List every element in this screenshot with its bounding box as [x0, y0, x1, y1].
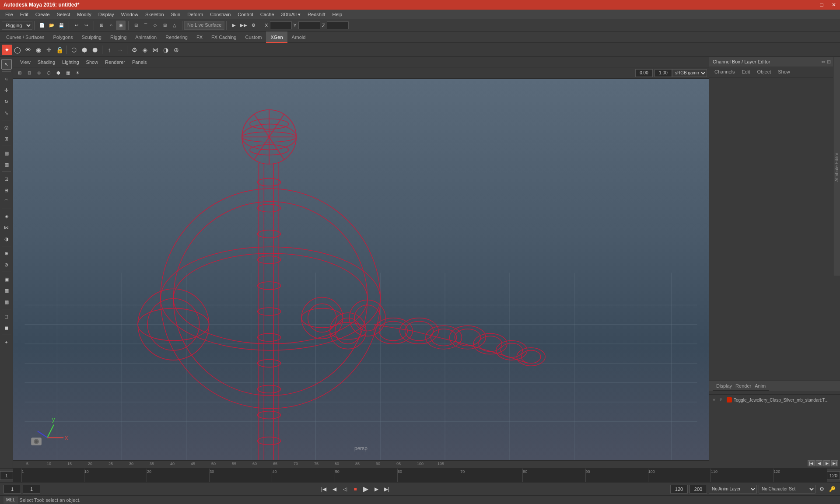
- coord-z-field[interactable]: [327, 21, 349, 29]
- layer-nav-prev[interactable]: ◀: [816, 460, 822, 466]
- misc3-btn[interactable]: ▩: [1, 297, 12, 307]
- play-back-btn[interactable]: ◁: [340, 485, 349, 494]
- timeline-ruler[interactable]: 1102030405060708090100110120: [13, 469, 827, 482]
- workspace-dropdown[interactable]: Rigging: [2, 21, 32, 30]
- timeline-start-field[interactable]: [0, 471, 13, 480]
- snap-view-btn[interactable]: ⊞: [160, 21, 170, 30]
- paint-icon[interactable]: ⊕: [171, 45, 182, 55]
- misc4-btn[interactable]: ◻: [1, 311, 12, 322]
- layer-v-badge[interactable]: V: [713, 398, 718, 402]
- menu-item-skin[interactable]: Skin: [168, 10, 184, 19]
- cb-tab-channels[interactable]: Channels: [713, 68, 736, 75]
- weight-icon[interactable]: ◑: [161, 45, 171, 55]
- workflow-tab-sculpting[interactable]: Sculpting: [77, 32, 106, 43]
- redo-btn[interactable]: ↪: [81, 21, 91, 30]
- workflow-tab-arnold[interactable]: Arnold: [287, 32, 310, 43]
- circle2-icon[interactable]: ◉: [33, 45, 44, 55]
- prev-keyframe-btn[interactable]: |◀: [319, 485, 328, 494]
- menu-item-file[interactable]: File: [2, 10, 17, 19]
- lasso-btn[interactable]: ○: [106, 21, 116, 30]
- menu-item-modify[interactable]: Modify: [74, 10, 94, 19]
- playback-start-field[interactable]: [4, 485, 21, 494]
- vp-menu-renderer[interactable]: Renderer: [102, 60, 129, 65]
- move-tool-btn[interactable]: ✛: [1, 85, 12, 95]
- snap-point-btn[interactable]: ◇: [150, 21, 160, 30]
- mesh-icon[interactable]: ⬢: [79, 45, 90, 55]
- joint-mode-btn[interactable]: ◈: [1, 211, 12, 221]
- joint-icon[interactable]: ◈: [140, 45, 150, 55]
- next-keyframe-btn[interactable]: ▶|: [382, 485, 391, 494]
- menu-item-edit[interactable]: Edit: [17, 10, 32, 19]
- misc2-btn[interactable]: ▦: [1, 285, 12, 296]
- plus-btn[interactable]: +: [1, 337, 12, 347]
- step-fwd-btn[interactable]: ▶: [372, 485, 381, 494]
- playback-current-field[interactable]: [23, 485, 40, 494]
- snap-live-btn[interactable]: △: [170, 21, 179, 30]
- layer-tab-render[interactable]: Render: [735, 383, 751, 388]
- coord-y-field[interactable]: [298, 21, 320, 29]
- menu-item-cache[interactable]: Cache: [257, 10, 278, 19]
- vp-texture-btn[interactable]: ▦: [63, 69, 72, 77]
- menu-item-dtoall[interactable]: 3DtoAll ▾: [278, 10, 304, 19]
- history-btn[interactable]: ⊕: [1, 248, 12, 259]
- char-set-options-btn[interactable]: ⚙: [817, 485, 826, 494]
- workflow-tab-rendering[interactable]: Rendering: [161, 32, 192, 43]
- menu-item-control[interactable]: Control: [234, 10, 256, 19]
- misc5-btn[interactable]: ◼: [1, 322, 12, 333]
- vp-fit-btn[interactable]: ⊞: [15, 69, 24, 77]
- layer-tab-display[interactable]: Display: [716, 383, 732, 388]
- close-button[interactable]: ✕: [828, 0, 840, 10]
- vp-value1-field[interactable]: [635, 69, 653, 77]
- vp-menu-show[interactable]: Show: [83, 60, 102, 65]
- layer-tab-anim[interactable]: Anim: [755, 383, 766, 388]
- gamma-select[interactable]: sRGB gamma: [672, 69, 707, 77]
- maximize-button[interactable]: □: [816, 0, 828, 10]
- rigging-icon[interactable]: ⚙: [129, 45, 140, 55]
- workflow-tab-animation[interactable]: Animation: [131, 32, 161, 43]
- layer-nav-first[interactable]: |◀: [808, 460, 815, 466]
- anim-layer-select[interactable]: No Anim Layer: [709, 485, 757, 494]
- vp-wireframe-btn[interactable]: ⬡: [44, 69, 53, 77]
- render-btn[interactable]: ▶: [229, 21, 239, 30]
- skin-btn[interactable]: ◑: [1, 234, 12, 244]
- layer-p-badge[interactable]: P: [720, 398, 725, 402]
- vp-value2-field[interactable]: [654, 69, 672, 77]
- workflow-tab-curvessurfaces[interactable]: Curves / Surfaces: [2, 32, 49, 43]
- circle-icon[interactable]: ◯: [12, 45, 23, 55]
- layer-color-swatch[interactable]: [727, 397, 732, 402]
- menu-item-skeleton[interactable]: Skeleton: [142, 10, 168, 19]
- workflow-tab-xgen[interactable]: XGen: [266, 32, 287, 43]
- vp-smooth-btn[interactable]: ⬢: [54, 69, 63, 77]
- ik-mode-btn[interactable]: ⋈: [1, 222, 12, 233]
- scale-tool-btn[interactable]: ⤡: [1, 108, 12, 118]
- menu-item-redshift[interactable]: Redshift: [304, 10, 329, 19]
- playback-range-end-field[interactable]: [690, 485, 707, 494]
- cb-expand-btn[interactable]: ⊞: [827, 59, 831, 65]
- workflow-tab-fx[interactable]: FX: [192, 32, 207, 43]
- character-set-select[interactable]: No Character Set: [759, 485, 816, 494]
- camera-btn[interactable]: ⊟: [1, 185, 12, 196]
- select-tool-icon[interactable]: ✦: [2, 45, 12, 55]
- surface-icon[interactable]: ⬣: [90, 45, 100, 55]
- auto-key-btn[interactable]: 🔑: [828, 485, 836, 494]
- layer-nav-last[interactable]: ▶|: [831, 460, 838, 466]
- play-fwd-btn[interactable]: ▶: [361, 485, 370, 494]
- menu-item-deform[interactable]: Deform: [184, 10, 206, 19]
- new-file-btn[interactable]: 📄: [37, 21, 47, 30]
- render-all-btn[interactable]: ▶▶: [239, 21, 248, 30]
- lattice-btn[interactable]: ⊞: [1, 133, 12, 144]
- layer-btn[interactable]: ▤: [1, 148, 12, 158]
- coord-x-field[interactable]: [270, 21, 292, 29]
- lasso-mode-btn[interactable]: ⊂: [1, 74, 12, 84]
- save-file-btn[interactable]: 💾: [56, 21, 66, 30]
- step-back-btn[interactable]: ◀: [330, 485, 339, 494]
- undo-btn[interactable]: ↩: [72, 21, 81, 30]
- cb-tab-edit[interactable]: Edit: [740, 68, 752, 75]
- attribute-editor-strip[interactable]: Attribute Editor: [833, 57, 840, 276]
- snap-curve-btn[interactable]: ⌒: [141, 21, 150, 30]
- menu-item-create[interactable]: Create: [32, 10, 53, 19]
- playback-end-field[interactable]: [670, 485, 688, 494]
- select-mode-btn[interactable]: ⊞: [97, 21, 106, 30]
- arrow-up-icon[interactable]: ↑: [104, 45, 115, 55]
- misc1-btn[interactable]: ▣: [1, 274, 12, 284]
